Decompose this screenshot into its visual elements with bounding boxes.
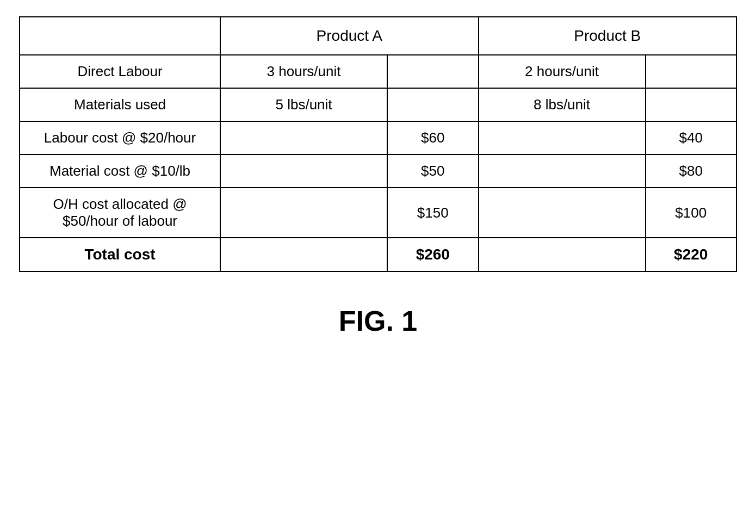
row-4-a-val1 — [220, 188, 387, 238]
row-1-a-val1: 5 lbs/unit — [220, 88, 387, 121]
row-2-b-val1 — [479, 121, 646, 154]
row-5-b-val1 — [479, 238, 646, 271]
row-1-b-val1: 8 lbs/unit — [479, 88, 646, 121]
header-product-b: Product B — [479, 17, 737, 55]
row-3-b-val2: $80 — [646, 154, 736, 188]
row-5-a-val1 — [220, 238, 387, 271]
row-0-label: Direct Labour — [20, 55, 220, 88]
row-0-b-val1: 2 hours/unit — [479, 55, 646, 88]
header-empty-cell — [20, 17, 220, 55]
row-0-a-val2 — [387, 55, 478, 88]
row-0-a-val1: 3 hours/unit — [220, 55, 387, 88]
row-2-a-val2: $60 — [387, 121, 478, 154]
row-2-label: Labour cost @ $20/hour — [20, 121, 220, 154]
row-2-b-val2: $40 — [646, 121, 736, 154]
row-1-label: Materials used — [20, 88, 220, 121]
figure-caption: FIG. 1 — [19, 305, 737, 337]
row-4-b-val2: $100 — [646, 188, 736, 238]
cost-table: Product A Product B Direct Labour3 hours… — [19, 16, 737, 272]
row-5-b-val2: $220 — [646, 238, 736, 271]
header-product-a: Product A — [220, 17, 478, 55]
row-3-a-val1 — [220, 154, 387, 188]
row-4-a-val2: $150 — [387, 188, 478, 238]
row-2-a-val1 — [220, 121, 387, 154]
row-3-a-val2: $50 — [387, 154, 478, 188]
row-1-a-val2 — [387, 88, 478, 121]
row-5-a-val2: $260 — [387, 238, 478, 271]
row-5-label: Total cost — [20, 238, 220, 271]
row-3-label: Material cost @ $10/lb — [20, 154, 220, 188]
main-container: Product A Product B Direct Labour3 hours… — [19, 16, 737, 337]
row-0-b-val2 — [646, 55, 736, 88]
row-4-b-val1 — [479, 188, 646, 238]
row-4-label: O/H cost allocated @ $50/hour of labour — [20, 188, 220, 238]
row-1-b-val2 — [646, 88, 736, 121]
row-3-b-val1 — [479, 154, 646, 188]
